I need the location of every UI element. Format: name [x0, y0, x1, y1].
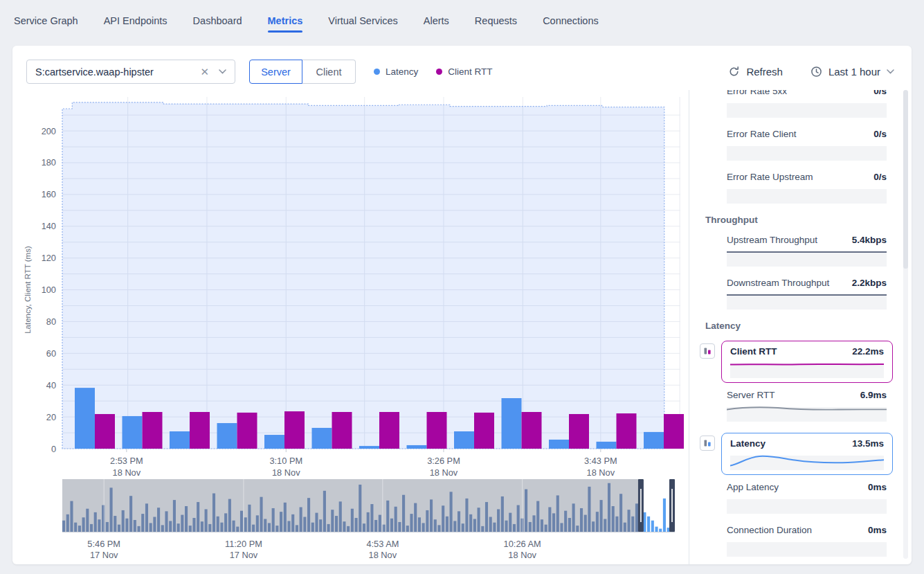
- metric-label: Upstream Throughput: [727, 235, 817, 245]
- svg-text:3:43 PM: 3:43 PM: [584, 456, 617, 466]
- tab-virtual-services[interactable]: Virtual Services: [328, 0, 397, 42]
- metric-value: 22.2ms: [852, 346, 884, 357]
- svg-text:10:26 AM: 10:26 AM: [504, 539, 541, 549]
- section-header-latency: Latency: [705, 321, 908, 331]
- tab-bar: Service Graph API Endpoints Dashboard Me…: [0, 0, 924, 42]
- tab-metrics[interactable]: Metrics: [268, 0, 303, 42]
- metric-value: 0/s: [873, 129, 887, 139]
- metric-card-client-rtt[interactable]: Client RTT22.2ms: [721, 341, 893, 383]
- tab-api-endpoints[interactable]: API Endpoints: [104, 0, 167, 42]
- time-range-select[interactable]: Last 1 hour: [810, 66, 894, 78]
- metric-sparkline: [730, 452, 884, 470]
- metric-server-rtt[interactable]: Server RTT6.9ms: [727, 390, 887, 422]
- chevron-down-icon[interactable]: [219, 69, 226, 74]
- svg-text:18 Nov: 18 Nov: [272, 467, 300, 478]
- metric-value: 0ms: [868, 525, 887, 535]
- metric-downstream-throughput[interactable]: Downstream Throughput2.2kbps: [727, 278, 887, 310]
- metric-error-rate-upstream[interactable]: Error Rate Upstream0/s: [727, 172, 887, 204]
- chart-legend: Latency Client RTT: [374, 60, 493, 84]
- svg-text:140: 140: [42, 221, 56, 231]
- service-select[interactable]: S:cartservice.waap-hipster ✕: [26, 60, 235, 84]
- svg-text:Latency, Client RTT (ms): Latency, Client RTT (ms): [24, 246, 32, 334]
- metric-sparkline: [727, 143, 887, 161]
- metric-label: Downstream Throughput: [727, 278, 829, 288]
- tab-requests[interactable]: Requests: [475, 0, 517, 42]
- metric-value: 13.5ms: [852, 438, 884, 449]
- tab-connections[interactable]: Connections: [543, 0, 599, 42]
- svg-text:4:53 AM: 4:53 AM: [366, 539, 399, 549]
- svg-text:17 Nov: 17 Nov: [230, 550, 258, 559]
- legend-label: Latency: [386, 66, 418, 77]
- metric-card-latency[interactable]: Latency13.5ms: [721, 433, 893, 475]
- metric-sparkline: [727, 404, 887, 422]
- client-toggle-button[interactable]: Client: [302, 60, 356, 84]
- server-toggle-button[interactable]: Server: [249, 60, 302, 84]
- svg-text:120: 120: [42, 253, 56, 263]
- metric-label: Error Rate 5xx: [727, 90, 787, 96]
- metric-label: Server RTT: [727, 390, 775, 400]
- svg-text:20: 20: [46, 412, 56, 422]
- metric-sparkline: [727, 249, 887, 267]
- bar-chart-icon: [700, 436, 715, 451]
- tab-service-graph[interactable]: Service Graph: [14, 0, 78, 42]
- svg-text:5:46 PM: 5:46 PM: [87, 539, 120, 549]
- time-range-label: Last 1 hour: [828, 66, 880, 78]
- svg-text:18 Nov: 18 Nov: [587, 467, 615, 478]
- metric-value: 0ms: [868, 482, 887, 492]
- svg-text:0: 0: [51, 444, 56, 454]
- svg-text:40: 40: [46, 380, 56, 391]
- svg-text:100: 100: [42, 285, 56, 295]
- svg-text:3:10 PM: 3:10 PM: [269, 456, 302, 466]
- section-header-throughput: Throughput: [705, 215, 908, 225]
- main-chart[interactable]: 0204060801001201401601802002:53 PM18 Nov…: [19, 93, 684, 481]
- svg-text:180: 180: [42, 157, 56, 168]
- metric-value: 0/s: [873, 90, 887, 96]
- svg-text:60: 60: [46, 348, 56, 359]
- metric-value: 2.2kbps: [852, 278, 887, 288]
- metric-error-rate-5xx[interactable]: Error Rate 5xx0/s: [727, 90, 887, 118]
- metric-label: Latency: [730, 438, 766, 449]
- metric-sparkline: [727, 539, 887, 557]
- service-select-value: S:cartservice.waap-hipster: [35, 66, 200, 78]
- svg-text:160: 160: [42, 189, 56, 199]
- metrics-panel: S:cartservice.waap-hipster ✕ Server Clie…: [12, 46, 912, 564]
- svg-text:18 Nov: 18 Nov: [430, 467, 458, 478]
- legend-item-client-rtt[interactable]: Client RTT: [436, 66, 492, 77]
- metric-label: Error Rate Client: [727, 129, 797, 139]
- svg-text:18 Nov: 18 Nov: [113, 467, 141, 478]
- metric-value: 0/s: [873, 172, 887, 182]
- refresh-button[interactable]: Refresh: [728, 66, 783, 78]
- metric-connection-duration[interactable]: Connection Duration0ms: [727, 525, 887, 557]
- tab-alerts[interactable]: Alerts: [424, 0, 449, 42]
- metric-upstream-throughput[interactable]: Upstream Throughput5.4kbps: [727, 235, 887, 267]
- bar-chart-icon: [700, 343, 715, 359]
- svg-text:18 Nov: 18 Nov: [369, 550, 397, 559]
- metric-value: 5.4kbps: [852, 235, 887, 245]
- client-rtt-dot-icon: [436, 69, 442, 75]
- svg-text:80: 80: [46, 316, 56, 327]
- legend-item-latency[interactable]: Latency: [374, 66, 418, 77]
- metric-label: App Latency: [727, 482, 779, 492]
- svg-text:2:53 PM: 2:53 PM: [110, 456, 143, 466]
- sidebar-scrollbar[interactable]: [903, 90, 908, 559]
- metric-sparkline: [727, 100, 887, 118]
- refresh-label: Refresh: [746, 66, 783, 78]
- tab-dashboard[interactable]: Dashboard: [193, 0, 242, 42]
- metric-label: Client RTT: [730, 346, 777, 357]
- metric-sparkline: [727, 292, 887, 310]
- clock-icon: [810, 66, 822, 78]
- svg-text:18 Nov: 18 Nov: [508, 550, 536, 559]
- metric-sparkline: [727, 496, 887, 514]
- svg-text:17 Nov: 17 Nov: [90, 550, 118, 559]
- metric-sparkline: [727, 186, 887, 204]
- metric-sparkline: [730, 360, 884, 378]
- legend-label: Client RTT: [448, 66, 492, 77]
- metric-error-rate-client[interactable]: Error Rate Client0/s: [727, 129, 887, 161]
- scrollbar-thumb[interactable]: [903, 90, 908, 269]
- metric-value: 6.9ms: [860, 390, 887, 400]
- divider: [689, 90, 689, 564]
- clear-icon[interactable]: ✕: [200, 66, 209, 78]
- svg-text:3:26 PM: 3:26 PM: [427, 456, 460, 466]
- brush-chart[interactable]: 5:46 PM17 Nov11:20 PM17 Nov4:53 AM18 Nov…: [62, 479, 675, 559]
- metric-app-latency[interactable]: App Latency0ms: [727, 482, 887, 514]
